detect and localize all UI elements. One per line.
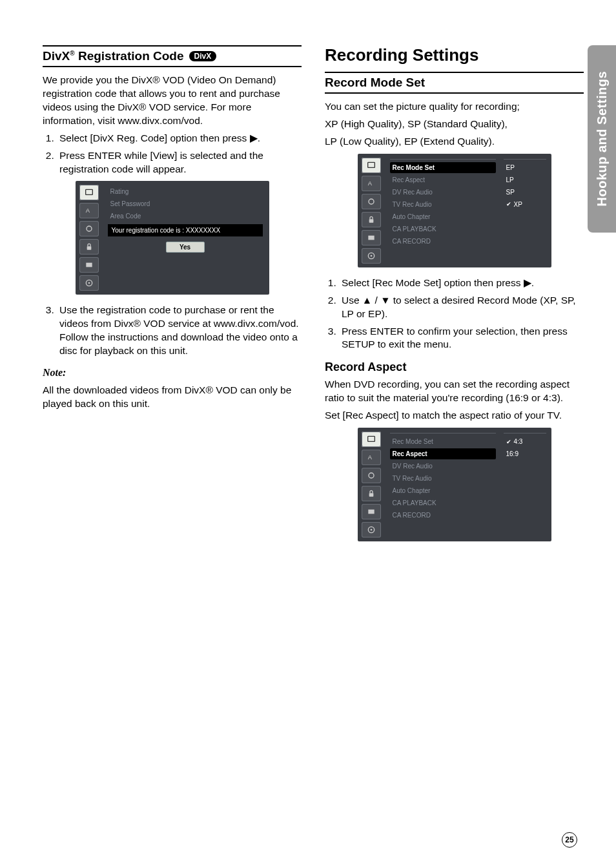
rec-mode-heading: Record Mode Set [325, 72, 584, 94]
svg-rect-11 [368, 235, 374, 240]
page: Hookup and Settings DivX® Registration C… [0, 0, 616, 867]
tab-record-icon [362, 230, 381, 245]
menu-items: Rec Mode Set Rec Aspect DV Rec Audio TV … [387, 158, 498, 264]
menu-value-checked: ✔XP [504, 199, 546, 210]
svg-text:A: A [367, 180, 372, 187]
left-column: DivX® Registration Code DivX We provide … [43, 45, 302, 550]
rec-aspect-heading: Record Aspect [325, 360, 584, 374]
menu-tabs: A [362, 158, 384, 264]
tab-lock-icon [362, 212, 381, 227]
menu-item-rating: Rating [108, 186, 263, 197]
menu-value-checked: ✔4:3 [504, 436, 546, 447]
menu-item: CA RECORD [390, 510, 496, 521]
menu-item: Rec Aspect [390, 448, 496, 459]
svg-rect-10 [369, 219, 373, 222]
rec-mode-intro-2: XP (High Quality), SP (Standard Quality)… [325, 118, 584, 131]
svg-point-16 [369, 473, 374, 478]
divx-heading: DivX® Registration Code DivX [43, 45, 302, 67]
divx-badge: DivX [189, 51, 217, 61]
rec-mode-intro-1: You can set the picture quality for reco… [325, 100, 584, 114]
divx-steps-3: Use the registration code to purchase or… [57, 304, 302, 358]
section-side-tab: Hookup and Settings [588, 45, 616, 233]
svg-point-13 [370, 255, 372, 256]
rec-mode-step-2: Use ▲ / ▼ to select a desired Record Mod… [339, 294, 584, 321]
divx-heading-text: DivX® Registration Code [43, 49, 184, 63]
tab-lock-icon [79, 239, 99, 255]
recording-settings-title: Recording Settings [325, 45, 584, 65]
menu-items: Rec Mode Set Rec Aspect DV Rec Audio TV … [387, 432, 498, 538]
rec-mode-steps: Select [Rec Mode Set] option then press … [339, 277, 584, 352]
note-heading: Note: [43, 366, 302, 380]
check-icon: ✔ [506, 201, 511, 207]
svg-text:A: A [85, 208, 90, 214]
divx-menu-screenshot: A Rating Set Password Area Code Your reg… [76, 181, 269, 295]
svg-rect-14 [367, 436, 375, 441]
tab-display-icon [79, 185, 99, 200]
menu-items: Rating Set Password Area Code Your regis… [105, 185, 265, 291]
menu-value: EP [504, 162, 546, 173]
rec-mode-intro-3: LP (Low Quality), EP (Extend Quality). [325, 135, 584, 149]
menu-item-area: Area Code [108, 211, 263, 222]
menu-item: Auto Chapter [390, 485, 496, 496]
yes-button: Yes [166, 242, 205, 253]
menu-value: LP [504, 174, 546, 185]
check-icon: ✔ [506, 439, 511, 445]
svg-rect-3 [87, 247, 91, 250]
tab-disc-icon [79, 275, 99, 291]
page-number: 25 [562, 832, 577, 848]
rec-mode-heading-text: Record Mode Set [325, 76, 425, 90]
svg-rect-4 [86, 263, 92, 267]
svg-rect-17 [369, 493, 373, 496]
rec-mode-menu-screenshot: A Rec Mode Set Rec Aspect DV Rec Audio T… [358, 154, 551, 267]
menu-values: ✔4:3 16:9 [502, 432, 548, 538]
right-column: Recording Settings Record Mode Set You c… [325, 45, 584, 550]
rec-aspect-p1: When DVD recording, you can set the reco… [325, 378, 584, 405]
tab-disc-icon [362, 522, 381, 538]
rec-aspect-menu-screenshot: A Rec Mode Set Rec Aspect DV Rec Audio T… [358, 428, 551, 541]
tab-audio-icon [362, 194, 381, 209]
tab-language-icon: A [362, 450, 381, 465]
tab-display-icon [362, 158, 381, 173]
menu-item: Rec Aspect [390, 174, 496, 185]
menu-item: DV Rec Audio [390, 187, 496, 198]
menu-item: Auto Chapter [390, 211, 496, 222]
menu-item: CA PLAYBACK [390, 224, 496, 235]
divx-step-3: Use the registration code to purchase or… [57, 304, 302, 358]
rec-aspect-p2: Set [Rec Aspect] to match the aspect rat… [325, 409, 584, 423]
svg-rect-0 [85, 190, 92, 195]
rec-mode-step-1: Select [Rec Mode Set] option then press … [339, 277, 584, 290]
tab-language-icon: A [79, 203, 99, 218]
tab-record-icon [79, 257, 99, 273]
menu-item-password: Set Password [108, 198, 263, 209]
svg-point-20 [370, 529, 372, 531]
svg-point-9 [369, 199, 374, 204]
menu-value: SP [504, 187, 546, 198]
tab-lock-icon [362, 486, 381, 501]
divx-intro: We provide you the DivX® VOD (Video On D… [43, 74, 302, 128]
menu-item: TV Rec Audio [390, 199, 496, 210]
tab-language-icon: A [362, 176, 381, 191]
menu-tabs: A [362, 432, 384, 538]
divx-step-1: Select [DivX Reg. Code] option then pres… [57, 132, 302, 145]
menu-value: 16:9 [504, 448, 546, 459]
tab-record-icon [362, 504, 381, 519]
tab-audio-icon [362, 468, 381, 483]
menu-item: TV Rec Audio [390, 473, 496, 484]
menu-values: EP LP SP ✔XP [502, 158, 548, 264]
rec-mode-step-3: Press ENTER to confirm your selection, t… [339, 325, 584, 352]
note-body: All the downloaded videos from DivX® VOD… [43, 384, 302, 411]
menu-item: Rec Mode Set [390, 436, 496, 447]
svg-point-6 [88, 282, 90, 284]
tab-audio-icon [79, 221, 99, 236]
menu-item: DV Rec Audio [390, 461, 496, 472]
svg-rect-7 [367, 162, 375, 167]
side-tab-label: Hookup and Settings [595, 71, 610, 207]
divx-step-2: Press ENTER while [View] is selected and… [57, 149, 302, 176]
svg-rect-18 [368, 510, 374, 514]
menu-tabs: A [79, 185, 101, 291]
registration-code-line: Your registration code is : XXXXXXXX [108, 224, 263, 236]
divx-steps-1-2: Select [DivX Reg. Code] option then pres… [57, 132, 302, 176]
menu-item: CA PLAYBACK [390, 497, 496, 508]
menu-item: Rec Mode Set [390, 162, 496, 173]
content-columns: DivX® Registration Code DivX We provide … [43, 45, 584, 550]
